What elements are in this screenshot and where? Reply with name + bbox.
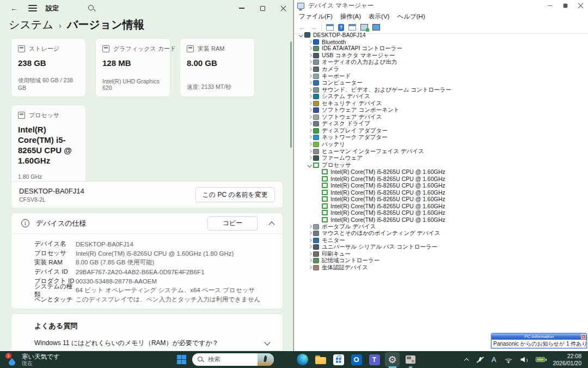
back-arrow-icon[interactable]: ← [7,2,22,15]
collapse-chevron-icon[interactable] [307,87,313,93]
tree-item[interactable]: IDE ATA/ATAPI コントローラー [294,45,588,52]
tree-item[interactable]: ディスク ドライブ [294,120,588,128]
collapse-chevron-icon[interactable] [307,46,313,51]
tree-item[interactable]: 記憶域コントローラー [294,257,588,264]
dm-minimize-button[interactable] [542,1,558,11]
tree-item[interactable]: 印刷キュー [294,251,588,258]
expand-chevron-icon[interactable] [307,162,313,168]
popup-titlebar[interactable]: PC-Information × [492,334,586,340]
weather-widget[interactable]: 1 寒い天気です 現在 [0,353,98,366]
hamburger-menu-icon[interactable] [28,5,37,11]
copy-button[interactable]: コピー [207,216,258,231]
minimize-button[interactable] [231,1,252,16]
collapse-chevron-icon[interactable] [307,231,313,236]
collapse-chevron-icon[interactable] [307,53,313,58]
tree-item[interactable]: ユニバーサル シリアル バス コントローラー [294,244,588,251]
tree-item[interactable]: キーボード [294,73,588,80]
toolbar-help-icon[interactable]: ? [338,24,344,31]
collapse-chevron-icon[interactable] [307,74,313,79]
taskbar-search[interactable]: 検索 [192,353,274,366]
battery-icon[interactable] [536,357,545,362]
tree-item[interactable]: ネットワーク アダプター [294,134,588,141]
close-button[interactable] [273,1,293,16]
collapse-chevron-icon[interactable] [307,149,313,154]
search-icon[interactable] [87,4,96,13]
settings-scrollbar[interactable] [290,41,292,148]
volume-icon[interactable] [520,357,528,363]
tree-item[interactable]: ソフトウェア コンポーネント [294,107,588,114]
collapse-chevron-icon[interactable] [307,101,313,106]
task-view-taskbar-button[interactable] [277,352,292,367]
toolbar-back-icon[interactable]: ← [298,24,305,31]
tree-item[interactable]: コンピューター [294,80,588,87]
tree-item[interactable]: DESKTOP-BA0FJ14 [294,32,588,39]
tree-item[interactable]: ポータブル デバイス [294,223,588,230]
edge-taskbar-button[interactable] [295,352,310,367]
collapse-chevron-icon[interactable] [307,94,313,99]
store-taskbar-button[interactable] [331,352,346,367]
tree-item[interactable]: USB コネクタ マネージャー [294,52,588,59]
wifi-icon[interactable] [504,357,513,363]
collapse-chevron-icon[interactable] [307,80,313,86]
toolbar-computer-icon[interactable] [372,24,380,31]
menu-item-表示[interactable]: 表示(V) [369,13,389,21]
expand-chevron-icon[interactable] [298,32,304,38]
menu-item-操作[interactable]: 操作(A) [340,13,361,21]
tree-item[interactable]: ソフトウェア デバイス [294,114,588,121]
tree-item[interactable]: サウンド、ビデオ、およびゲーム コントローラー [294,86,588,93]
tree-item[interactable]: Intel(R) Core(TM) i5-8265U CPU @ 1.60GHz [294,175,588,182]
file-explorer-taskbar-button[interactable] [313,352,328,367]
collapse-chevron-icon[interactable] [307,251,313,257]
collapse-chevron-icon[interactable] [307,244,313,250]
tree-item[interactable]: Intel(R) Core(TM) i5-8265U CPU @ 1.60GHz [294,203,588,210]
faq-question-row[interactable]: Windows 11 にはどれくらいのメモリ（RAM）が必要ですか？ [34,339,274,348]
maximize-button[interactable] [252,1,273,16]
menu-item-ファイル[interactable]: ファイル(F) [299,13,333,21]
chevron-down-icon[interactable] [264,339,270,345]
collapse-chevron-icon[interactable] [307,128,313,134]
collapse-chevron-icon[interactable] [307,155,313,161]
start-button[interactable] [174,352,189,367]
tree-item[interactable]: Intel(R) Core(TM) i5-8265U CPU @ 1.60GHz [294,209,588,216]
tree-item[interactable]: オーディオの入力および出力 [294,59,588,66]
collapse-chevron-icon[interactable] [307,224,313,230]
toolbar-forward-icon[interactable]: → [310,24,317,31]
tree-item[interactable]: Intel(R) Core(TM) i5-8265U CPU @ 1.60GHz [294,168,588,176]
outlook-taskbar-button[interactable] [349,352,364,367]
collapse-chevron-icon[interactable] [307,265,313,270]
popup-close-icon[interactable]: × [581,334,586,339]
tree-item[interactable]: セキュリティ デバイス [294,100,588,107]
collapse-chevron-icon[interactable] [307,135,313,140]
toolbar-scan-hardware-icon[interactable] [360,24,368,31]
toolbar-details-icon[interactable] [326,24,334,31]
clock[interactable]: 22:08 2026/01/20 [553,353,581,366]
collapse-chevron-icon[interactable] [307,114,313,120]
tree-item[interactable]: モニター [294,237,588,244]
dm-close-button[interactable] [573,1,588,11]
tree-item[interactable]: Bluetooth [294,39,588,46]
tree-item[interactable]: Intel(R) Core(TM) i5-8265U CPU @ 1.60GHz [294,216,588,224]
device-manager-taskbar-button[interactable] [403,352,418,367]
dm-maximize-button[interactable] [558,1,573,11]
hidden-icons-chevron[interactable] [464,358,469,362]
tree-item[interactable]: プロセッサ [294,161,588,168]
collapse-chevron-icon[interactable] [307,258,313,263]
search-highlight-image[interactable] [258,353,274,366]
collapse-chevron-icon[interactable] [307,142,313,147]
collapse-chevron-icon[interactable] [307,39,313,45]
tree-item[interactable]: システム デバイス [294,93,588,100]
collapse-chevron-icon[interactable] [307,59,313,65]
collapse-chevron-icon[interactable] [307,121,313,126]
tree-item[interactable]: Intel(R) Core(TM) i5-8265U CPU @ 1.60GHz [294,189,588,196]
ime-mode-indicator[interactable]: A [492,355,497,364]
tree-item[interactable]: 生体認証デバイス [294,264,588,272]
toolbar-properties-icon[interactable] [348,24,356,31]
breadcrumb-parent[interactable]: システム [9,17,53,32]
pen-disabled-icon[interactable] [476,356,484,364]
chevron-up-icon[interactable] [268,221,274,227]
collapse-chevron-icon[interactable] [307,107,313,113]
settings-taskbar-button[interactable] [385,352,400,367]
tree-item[interactable]: ヒューマン インターフェイス デバイス [294,148,588,155]
collapse-chevron-icon[interactable] [307,67,313,72]
tree-item[interactable]: ディスプレイ アダプター [294,128,588,135]
